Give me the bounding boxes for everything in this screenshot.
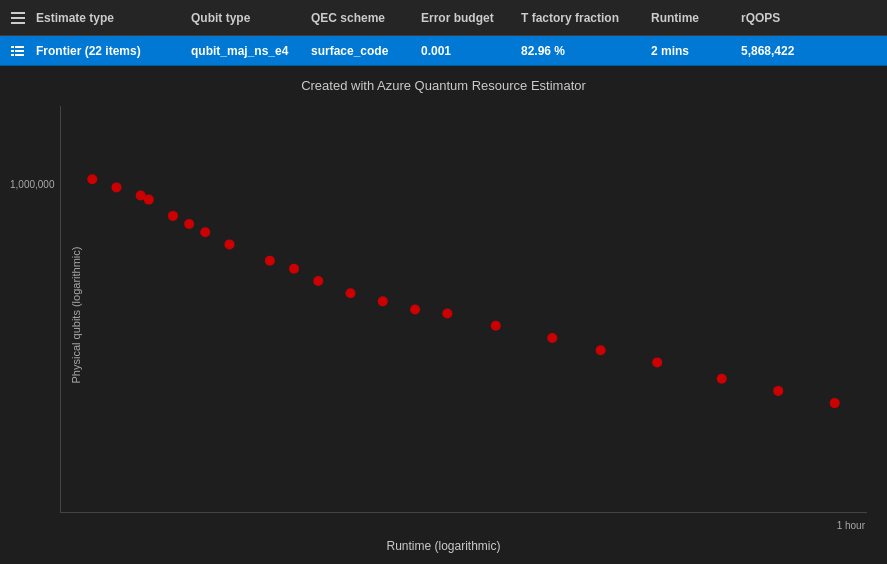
svg-rect-0 [11, 12, 25, 14]
svg-point-30 [830, 398, 840, 408]
svg-point-23 [442, 309, 452, 319]
y-tick-label: 1,000,000 [10, 179, 55, 190]
svg-point-17 [265, 256, 275, 266]
table-header: Estimate type Qubit type QEC scheme Erro… [0, 0, 887, 36]
x-axis-label: Runtime (logarithmic) [386, 539, 500, 553]
cell-error-budget: 0.001 [421, 44, 521, 58]
svg-point-22 [410, 305, 420, 315]
col-header-error-budget: Error budget [421, 11, 521, 25]
col-header-runtime: Runtime [651, 11, 741, 25]
x-tick-label: 1 hour [837, 520, 865, 531]
svg-point-21 [378, 296, 388, 306]
svg-rect-3 [11, 46, 14, 48]
svg-point-24 [491, 321, 501, 331]
svg-rect-7 [11, 54, 14, 56]
svg-point-12 [144, 195, 154, 205]
svg-point-29 [773, 386, 783, 396]
svg-point-25 [547, 333, 557, 343]
cell-qec-scheme: surface_code [311, 44, 421, 58]
svg-point-27 [652, 357, 662, 367]
svg-point-10 [111, 182, 121, 192]
cell-estimate-type: Frontier (22 items) [36, 44, 191, 58]
svg-point-14 [184, 219, 194, 229]
table-row[interactable]: Frontier (22 items) qubit_maj_ns_e4 surf… [0, 36, 887, 66]
col-header-t-factory: T factory fraction [521, 11, 651, 25]
svg-rect-1 [11, 17, 25, 19]
svg-rect-5 [11, 50, 14, 52]
scatter-chart [60, 106, 867, 513]
svg-rect-4 [15, 46, 24, 48]
cell-qubit-type: qubit_maj_ns_e4 [191, 44, 311, 58]
svg-point-16 [224, 239, 234, 249]
col-header-rqops: rQOPS [741, 11, 831, 25]
col-header-estimate-type: Estimate type [36, 11, 191, 25]
cell-rqops: 5,868,422 [741, 44, 831, 58]
cell-runtime: 2 mins [651, 44, 741, 58]
chart-area: Created with Azure Quantum Resource Esti… [0, 66, 887, 563]
svg-point-9 [87, 174, 97, 184]
table-icon [6, 6, 30, 30]
svg-point-26 [596, 345, 606, 355]
svg-point-28 [717, 374, 727, 384]
svg-point-18 [289, 264, 299, 274]
svg-rect-8 [15, 54, 24, 56]
svg-rect-2 [11, 22, 25, 24]
col-header-qubit-type: Qubit type [191, 11, 311, 25]
svg-point-19 [313, 276, 323, 286]
cell-t-factory: 82.96 % [521, 44, 651, 58]
list-icon [6, 39, 30, 63]
svg-point-20 [346, 288, 356, 298]
svg-rect-6 [15, 50, 24, 52]
svg-point-13 [168, 211, 178, 221]
svg-point-15 [200, 227, 210, 237]
chart-title: Created with Azure Quantum Resource Esti… [0, 66, 887, 93]
col-header-qec-scheme: QEC scheme [311, 11, 421, 25]
